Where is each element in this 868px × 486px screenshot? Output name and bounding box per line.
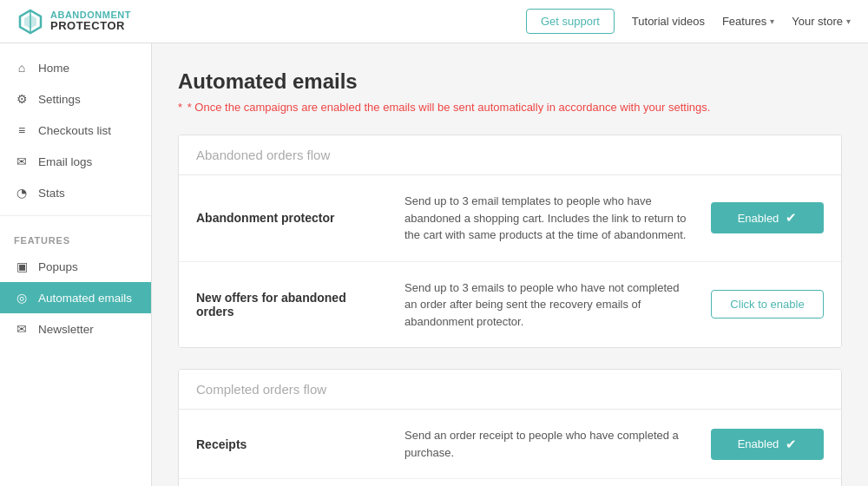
automated-emails-icon: ◎ bbox=[14, 291, 30, 305]
logo: ABANDONMENT PROTECTOR bbox=[17, 9, 131, 35]
features-chevron-icon: ▾ bbox=[770, 16, 774, 26]
header: ABANDONMENT PROTECTOR Get support Tutori… bbox=[0, 0, 868, 43]
page-subtitle: * * Once the campaigns are enabled the e… bbox=[178, 101, 842, 114]
receipts-toggle[interactable]: Enabled ✔ bbox=[711, 429, 824, 460]
completed-orders-header: Completed orders flow bbox=[179, 370, 841, 410]
receipts-check-icon: ✔ bbox=[786, 437, 797, 452]
asterisk: * bbox=[178, 101, 182, 114]
abandoned-orders-section: Abandoned orders flow Abandonment protec… bbox=[178, 135, 842, 348]
sidebar-item-home[interactable]: ⌂ Home bbox=[0, 52, 151, 83]
sidebar-item-email-logs[interactable]: ✉ Email logs bbox=[0, 146, 151, 177]
sidebar-item-checkouts-list[interactable]: ≡ Checkouts list bbox=[0, 115, 151, 146]
new-offers-row: New offers for abandoned orders Send up … bbox=[179, 262, 841, 348]
new-offers-desc: Send up to 3 emails to people who have n… bbox=[387, 279, 711, 331]
features-menu[interactable]: Features ▾ bbox=[722, 15, 774, 28]
new-offers-toggle[interactable]: Click to enable bbox=[711, 290, 824, 319]
thank-you-email-row: Thank you email Send a thank you email t… bbox=[179, 479, 841, 486]
abandonment-protector-row: Abandonment protector Send up to 3 email… bbox=[179, 175, 841, 262]
your-store-chevron-icon: ▾ bbox=[846, 16, 851, 26]
stats-icon: ◔ bbox=[14, 186, 30, 200]
header-nav: Get support Tutorial videos Features ▾ Y… bbox=[526, 9, 851, 34]
home-icon: ⌂ bbox=[14, 61, 30, 75]
abandonment-protector-toggle[interactable]: Enabled ✔ bbox=[711, 202, 824, 233]
newsletter-icon: ✉ bbox=[14, 322, 30, 336]
abandonment-protector-name: Abandonment protector bbox=[196, 211, 387, 225]
main-content: Automated emails * * Once the campaigns … bbox=[152, 43, 868, 486]
sidebar-divider bbox=[0, 215, 151, 216]
logo-icon bbox=[17, 9, 43, 35]
sidebar-item-newsletter[interactable]: ✉ Newsletter bbox=[0, 313, 151, 345]
layout: ⌂ Home ⚙ Settings ≡ Checkouts list ✉ Ema… bbox=[0, 43, 868, 486]
abandonment-protector-desc: Send up to 3 email templates to people w… bbox=[387, 193, 711, 244]
checkouts-icon: ≡ bbox=[14, 123, 30, 137]
new-offers-name: New offers for abandoned orders bbox=[196, 291, 387, 319]
sidebar-item-settings[interactable]: ⚙ Settings bbox=[0, 83, 151, 115]
receipts-desc: Send an order receipt to people who have… bbox=[387, 427, 711, 461]
receipts-name: Receipts bbox=[196, 437, 387, 451]
tutorial-videos-link[interactable]: Tutorial videos bbox=[632, 15, 705, 28]
sidebar-item-automated-emails[interactable]: ◎ Automated emails bbox=[0, 282, 151, 313]
features-section-label: FEATURES bbox=[0, 223, 151, 251]
sidebar-item-popups[interactable]: ▣ Popups bbox=[0, 251, 151, 282]
email-logs-icon: ✉ bbox=[14, 154, 30, 168]
page-title: Automated emails bbox=[178, 69, 842, 94]
your-store-menu[interactable]: Your store ▾ bbox=[792, 15, 851, 28]
settings-icon: ⚙ bbox=[14, 92, 30, 106]
completed-orders-section: Completed orders flow Receipts Send an o… bbox=[178, 369, 842, 486]
abandoned-orders-header: Abandoned orders flow bbox=[179, 135, 841, 175]
sidebar: ⌂ Home ⚙ Settings ≡ Checkouts list ✉ Ema… bbox=[0, 43, 152, 486]
get-support-button[interactable]: Get support bbox=[526, 9, 615, 34]
receipts-row: Receipts Send an order receipt to people… bbox=[179, 410, 841, 479]
enabled-check-icon: ✔ bbox=[786, 210, 797, 226]
popups-icon: ▣ bbox=[14, 259, 30, 273]
sidebar-item-stats[interactable]: ◔ Stats bbox=[0, 177, 151, 208]
logo-text: ABANDONMENT PROTECTOR bbox=[50, 10, 131, 32]
